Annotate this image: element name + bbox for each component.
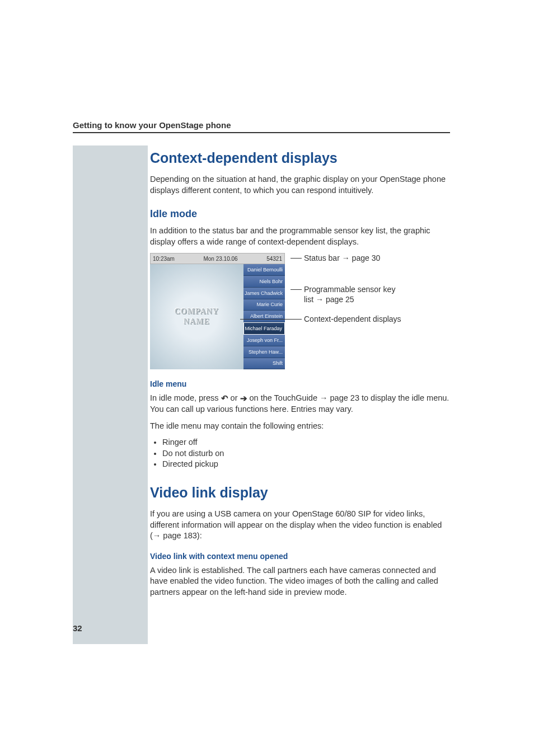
callout-sensor-l1: Programmable sensor key — [304, 285, 395, 294]
arrow-right-icon: → — [153, 531, 161, 540]
callout-line — [291, 289, 302, 290]
idle-mode-heading: Idle mode — [150, 208, 450, 220]
callout-sensor-l2pre: list — [304, 295, 316, 304]
idle-menu-p1-pre: In idle mode, press — [150, 393, 221, 402]
status-date: Mon 23.10.06 — [203, 256, 237, 262]
idle-menu-p1-mid: or — [228, 393, 240, 402]
idle-menu-p2: The idle menu may contain the following … — [150, 421, 450, 432]
status-ext: 54321 — [266, 256, 282, 262]
sensor-key-list: Daniel Bernoulli Niels Bohr James Chadwi… — [243, 264, 285, 369]
context-dependent-displays-heading: Context-dependent displays — [150, 150, 450, 166]
back-icon: ↶ — [221, 393, 228, 405]
list-item: Ringer off — [162, 437, 450, 448]
sensor-key[interactable]: Joseph von Fr... — [243, 335, 285, 346]
callout-status-bar: Status bar → page 30 — [291, 253, 380, 263]
sensor-key[interactable]: Albert Einstein — [243, 311, 285, 322]
left-gutter — [73, 145, 148, 644]
idle-menu-p1-posta: on the TouchGuide — [247, 393, 320, 402]
callout-sensor-l2post: page 25 — [324, 295, 354, 304]
company-line1: Company — [175, 307, 219, 316]
status-time: 10:23am — [153, 256, 175, 262]
running-header: Getting to know your OpenStage phone — [73, 120, 450, 133]
sensor-key[interactable]: James Chadwick — [243, 288, 285, 299]
callout-status-post: page 30 — [350, 253, 381, 262]
callout-line — [240, 319, 291, 320]
company-line2: Name — [184, 317, 210, 326]
page-number: 32 — [73, 623, 82, 633]
callout-sensor-keys: Programmable sensor key list → page 25 — [291, 284, 395, 304]
list-item: Do not disturb on — [162, 448, 450, 459]
sensor-key[interactable]: Niels Bohr — [243, 276, 285, 288]
page: Getting to know your OpenStage phone Con… — [0, 0, 534, 756]
callouts: Status bar → page 30 Programmable sensor… — [291, 253, 450, 369]
idle-menu-heading: Idle menu — [150, 379, 450, 388]
arrow-right-icon: → — [316, 295, 324, 304]
callout-context: Context-dependent displays — [291, 314, 401, 324]
video-p1: If you are using a USB camera on your Op… — [150, 509, 450, 542]
video-link-context-heading: Video link with context menu opened — [150, 552, 450, 561]
screen-body: Company Name Daniel Bernoulli Niels Bohr… — [150, 264, 285, 369]
idle-mode-figure: 10:23am Mon 23.10.06 54321 Company Name … — [150, 253, 450, 369]
status-bar: 10:23am Mon 23.10.06 54321 — [150, 253, 285, 264]
list-item: Directed pickup — [162, 459, 450, 470]
sensor-key[interactable]: Shift — [243, 358, 285, 370]
video-link-display-heading: Video link display — [150, 485, 450, 501]
video-p1-b: page 183): — [161, 531, 202, 540]
callout-status-pre: Status bar — [304, 253, 342, 262]
idle-menu-list: Ringer off Do not disturb on Directed pi… — [150, 437, 450, 470]
company-logo: Company Name — [150, 264, 243, 369]
sensor-key[interactable]: Daniel Bernoulli — [243, 264, 285, 276]
sensor-key[interactable]: Marie Curie — [243, 299, 285, 311]
forward-arrow-icon: ➔ — [240, 393, 247, 405]
idle-mode-intro: In addition to the status bar and the pr… — [150, 226, 450, 247]
sensor-key[interactable]: Stephen Haw... — [243, 346, 285, 358]
video-p2: A video link is established. The call pa… — [150, 565, 450, 598]
callout-context-text: Context-dependent displays — [304, 314, 401, 324]
callout-line — [291, 319, 302, 320]
idle-menu-p1: In idle mode, press ↶ or ➔ on the TouchG… — [150, 393, 450, 415]
context-dependent-intro: Depending on the situation at hand, the … — [150, 174, 450, 196]
callout-line — [291, 258, 302, 259]
arrow-right-icon: → — [320, 393, 328, 402]
sensor-key-selected[interactable]: Michael Faraday — [243, 322, 285, 335]
main-content: Context-dependent displays Depending on … — [150, 150, 450, 598]
arrow-right-icon: → — [342, 253, 350, 262]
phone-screen: 10:23am Mon 23.10.06 54321 Company Name … — [150, 253, 285, 369]
